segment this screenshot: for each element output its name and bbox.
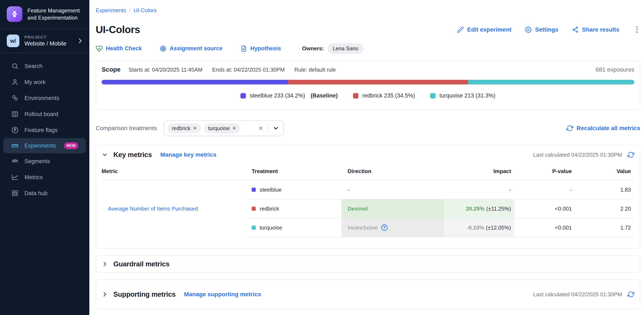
breadcrumb-experiments-link[interactable]: Experiments (96, 7, 126, 13)
table-header-row: Metric Treatment Direction Impact P-valu… (102, 162, 634, 180)
search-icon (11, 62, 19, 70)
col-value: Value (575, 162, 634, 180)
pvalue-cell: <0.001 (514, 218, 575, 237)
sidebar-item-segments[interactable]: Segments (0, 153, 89, 169)
manage-key-metrics-link[interactable]: Manage key metrics (160, 151, 216, 158)
health-check-link[interactable]: Health Check (96, 45, 142, 52)
select-divider (268, 124, 269, 133)
sidebar-item-environments[interactable]: Environments (0, 90, 89, 106)
assignment-source-link[interactable]: Assignment source (160, 45, 222, 52)
expand-section-icon[interactable] (102, 291, 108, 298)
app-window: Feature Management and Experimentation w… (0, 0, 644, 315)
direction-desired-label: Desired (348, 206, 368, 212)
sidebar-item-label: My work (24, 79, 46, 85)
sidebar-item-label: Environments (24, 95, 59, 101)
legend-item-redbrick: redbrick 235 (34.5%) (353, 92, 415, 99)
project-name: Website / Mobile (24, 40, 66, 47)
new-badge: NEW (64, 142, 78, 149)
share-results-button[interactable]: Share results (572, 26, 619, 33)
sidebar-item-label: Experiments (24, 143, 56, 149)
expand-section-icon[interactable] (102, 261, 108, 267)
manage-supporting-metrics-link[interactable]: Manage supporting metrics (184, 291, 261, 298)
remove-chip-icon[interactable]: ✕ (232, 126, 236, 131)
clear-select-icon[interactable]: ✕ (258, 125, 264, 132)
sidebar-item-label: Segments (24, 158, 50, 165)
last-calculated-text: Last calculated 04/22/2025 01:30PM (533, 291, 622, 298)
scope-ends-at: Ends at: 04/22/2025 01:30PM (212, 66, 285, 73)
gear-icon (525, 26, 532, 33)
main-content: Experiments/UI-Colors UI-Colors Edit exp… (89, 0, 644, 315)
metric-link[interactable]: Average Number of Items Purchased (108, 206, 198, 212)
col-metric: Metric (102, 162, 247, 180)
exposures-count: 681 exposures (596, 66, 634, 73)
chevron-down-icon[interactable] (272, 125, 279, 132)
sidebar-item-rollout-board[interactable]: Rollout board (0, 106, 89, 122)
col-direction: Direction (342, 162, 444, 180)
turquoise-swatch (252, 226, 256, 230)
value-cell: 1.72 (575, 218, 634, 237)
board-columns-icon (11, 110, 19, 118)
value-cell: 1.83 (575, 180, 634, 199)
more-actions-button[interactable] (634, 25, 640, 34)
bar-segment-steelblue (102, 80, 288, 84)
share-icon (572, 26, 579, 33)
last-calculated-text: Last calculated 04/22/2025 01:30PM (533, 152, 622, 158)
split-logo-icon (7, 6, 22, 22)
chip-redbrick[interactable]: redbrick ✕ (168, 123, 201, 133)
comparison-label: Comparison treatments (96, 125, 157, 132)
target-icon (160, 45, 167, 52)
hypothesis-link[interactable]: Hypothesis (240, 45, 281, 52)
pvalue-cell: - (514, 180, 575, 199)
experiment-meta-row: Health Check Assignment source Hypothesi… (96, 43, 640, 54)
comparison-row: Comparison treatments redbrick ✕ turquoi… (96, 120, 640, 136)
refresh-icon (566, 125, 573, 132)
refresh-icon[interactable] (628, 291, 634, 298)
direction-cell: - (342, 180, 444, 199)
direction-cell: Desired (342, 199, 444, 218)
owner-chip[interactable]: Lena Sano (328, 43, 363, 54)
ruler-icon (11, 142, 19, 150)
guardrail-metrics-card[interactable]: Guardrail metrics (96, 255, 640, 273)
value-cell: 2.20 (575, 199, 634, 218)
pencil-icon (457, 26, 464, 33)
treatment-legend: steelblue 233 (34.2%) (Baseline) redbric… (102, 92, 634, 99)
col-impact: Impact (444, 162, 514, 180)
project-switcher[interactable]: w/ PROJECT Website / Mobile (0, 29, 89, 53)
refresh-icon[interactable] (628, 151, 634, 158)
sidebar-item-label: Metrics (24, 174, 43, 181)
project-badge: w/ (7, 34, 20, 47)
help-icon[interactable]: ? (381, 225, 388, 231)
impact-cell: -6.10%(±12.05%) (444, 218, 514, 237)
treatment-cell: steelblue (247, 180, 341, 199)
chip-turquoise[interactable]: turquoise ✕ (204, 123, 240, 133)
owners-label: Owners: (302, 45, 324, 52)
table-row-steelblue: Average Number of Items Purchased steelb… (102, 180, 634, 199)
legend-item-steelblue: steelblue 233 (34.2%) (Baseline) (240, 92, 338, 99)
scope-title: Scope (102, 66, 120, 73)
sidebar-item-search[interactable]: Search (0, 58, 89, 74)
header-actions: Edit experiment Settings Share results (457, 25, 640, 34)
heart-check-icon (96, 45, 103, 52)
sidebar-item-experiments[interactable]: Experiments NEW (3, 138, 86, 153)
breadcrumb-current-link[interactable]: UI-Colors (134, 7, 157, 13)
edit-experiment-button[interactable]: Edit experiment (457, 26, 512, 33)
impact-cell: 20.25%(±11.25%) (444, 199, 514, 218)
scope-rule: Rule: default rule (294, 66, 336, 73)
remove-chip-icon[interactable]: ✕ (193, 126, 197, 131)
recalculate-all-metrics-button[interactable]: Recalculate all metrics (566, 125, 640, 132)
redbrick-swatch (353, 93, 358, 98)
key-metrics-header: Key metrics Manage key metrics Last calc… (102, 151, 634, 159)
comparison-treatments-select[interactable]: redbrick ✕ turquoise ✕ ✕ (164, 120, 284, 136)
col-treatment: Treatment (247, 162, 341, 180)
settings-button[interactable]: Settings (525, 26, 558, 33)
sidebar-item-metrics[interactable]: Metrics (0, 169, 89, 185)
sidebar-item-my-work[interactable]: My work (0, 74, 89, 90)
user-icon (11, 78, 19, 86)
supporting-metrics-card[interactable]: Supporting metrics Manage supporting met… (96, 280, 640, 309)
collapse-section-icon[interactable] (102, 152, 108, 158)
sidebar-item-label: Rollout board (24, 111, 58, 117)
direction-cell: Inconclusive ? (342, 218, 444, 237)
sidebar-item-feature-flags[interactable]: Feature flags (0, 122, 89, 138)
sidebar-item-data-hub[interactable]: Data hub (0, 185, 89, 201)
steelblue-swatch (240, 93, 246, 98)
